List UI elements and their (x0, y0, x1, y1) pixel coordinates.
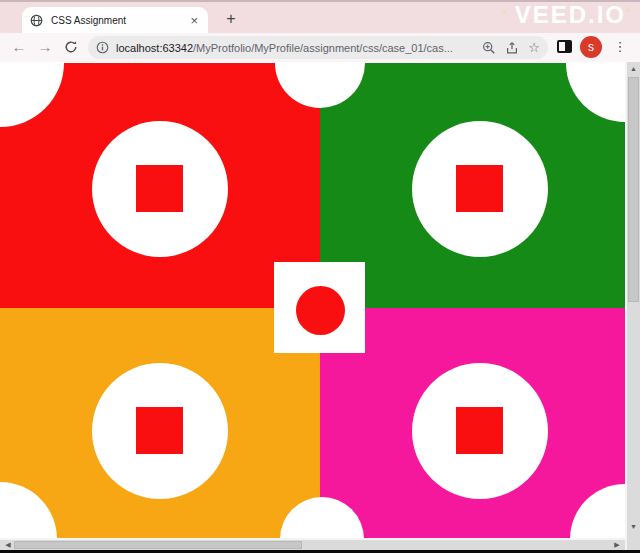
reload-icon (64, 40, 78, 54)
profile-avatar[interactable]: s (580, 36, 602, 58)
red-square (136, 165, 183, 212)
side-panel-icon[interactable] (557, 40, 572, 53)
scroll-right-icon[interactable]: ▶ (611, 540, 623, 550)
tab-bar: CSS Assignment × + ✦ ✦ VEED.IO (0, 0, 640, 33)
back-button[interactable]: ← (8, 36, 30, 58)
share-icon (505, 41, 519, 55)
reload-button[interactable] (60, 36, 82, 58)
white-circle-pink-quadrant (412, 363, 548, 499)
scroll-down-icon[interactable]: ▼ (627, 523, 640, 530)
watermark-sparkle-icon: ✦ (501, 8, 508, 17)
zoom-level-button[interactable] (482, 41, 496, 55)
horizontal-scrollbar-thumb[interactable] (14, 541, 302, 549)
new-tab-button[interactable]: + (220, 8, 242, 30)
center-red-circle (296, 286, 345, 335)
center-white-square (274, 262, 365, 353)
forward-button[interactable]: → (34, 36, 56, 58)
tab-title: CSS Assignment (51, 15, 188, 26)
horizontal-scrollbar[interactable]: ◀ ▶ (0, 538, 625, 550)
white-circle-green-quadrant (412, 121, 548, 257)
tab-close-icon[interactable]: × (188, 13, 200, 28)
address-bar[interactable]: localhost:63342/MyProtfolio/MyProfile/as… (88, 36, 548, 59)
vertical-scrollbar-thumb[interactable] (628, 77, 639, 302)
tab-css-assignment[interactable]: CSS Assignment × (22, 7, 208, 33)
white-circle-orange-quadrant (92, 363, 228, 499)
browser-toolbar: ← → localhost:63342/MyProtfolio/MyProfil… (0, 33, 640, 62)
veed-watermark: VEED.IO (515, 1, 626, 29)
page-viewport: ▲ ▼ ◀ ▶ (0, 62, 640, 550)
url-domain: localhost:63342 (116, 42, 193, 54)
scroll-up-icon[interactable]: ▲ (627, 65, 640, 72)
url-path: /MyProtfolio/MyProfile/assignment/css/ca… (193, 42, 453, 54)
browser-window: CSS Assignment × + ✦ ✦ VEED.IO ← → local… (0, 0, 640, 553)
watermark-sparkle-icon: ✦ (625, 6, 632, 15)
white-circle-red-quadrant (92, 121, 228, 257)
magnifier-plus-icon (482, 41, 496, 55)
bookmark-star-icon[interactable]: ☆ (528, 41, 540, 54)
browser-menu-icon[interactable]: ⋮ (612, 36, 628, 58)
red-square (456, 407, 503, 454)
url-text[interactable]: localhost:63342/MyProtfolio/MyProfile/as… (116, 42, 473, 54)
scroll-left-icon[interactable]: ◀ (2, 540, 14, 550)
site-info-icon[interactable] (96, 41, 109, 54)
red-square (456, 165, 503, 212)
globe-favicon-icon (30, 14, 43, 27)
red-square (136, 407, 183, 454)
vertical-scrollbar[interactable]: ▲ ▼ (625, 62, 640, 550)
share-button[interactable] (505, 41, 519, 55)
